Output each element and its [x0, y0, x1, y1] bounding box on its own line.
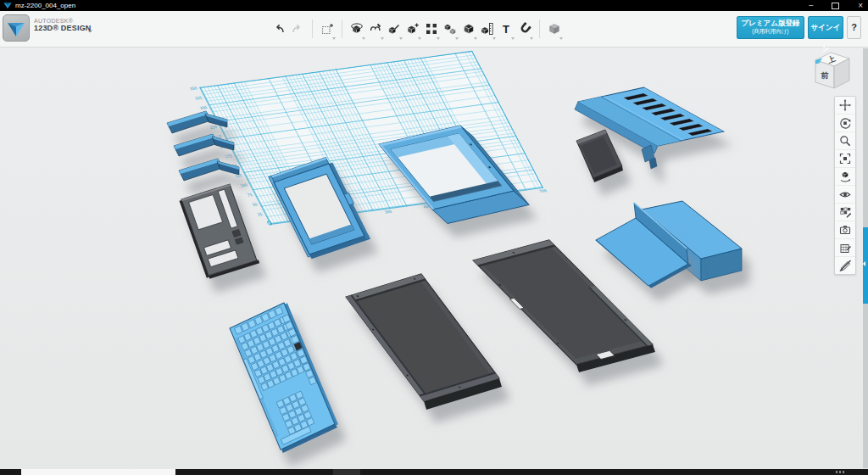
app-menu-chevron-icon[interactable]: ⌄ — [86, 25, 93, 34]
pattern-menu[interactable] — [422, 16, 441, 42]
svg-text:500: 500 — [461, 199, 470, 204]
app-logo-icon — [3, 3, 12, 9]
svg-text:200: 200 — [219, 144, 228, 149]
part-top-cover-vents[interactable] — [575, 87, 724, 169]
svg-text:225: 225 — [214, 135, 223, 140]
part-keyboard[interactable] — [230, 301, 339, 453]
svg-text:300: 300 — [199, 105, 209, 110]
part-bottom-panel[interactable] — [472, 240, 656, 372]
brand-product: 123D® DESIGN — [34, 25, 92, 33]
undo-button[interactable] — [270, 16, 288, 42]
materials-tool[interactable] — [835, 204, 855, 221]
navigation-toolbar — [834, 96, 856, 275]
view-settings-menu[interactable] — [545, 16, 564, 42]
logo-triangle-icon — [3, 15, 29, 41]
snap-tool[interactable] — [515, 16, 534, 42]
right-edge-scroll-strip[interactable] — [863, 48, 868, 468]
svg-text:75: 75 — [247, 193, 253, 197]
autodesk-123d-logo[interactable] — [3, 14, 30, 42]
taskbar-item[interactable] — [333, 469, 360, 475]
close-button[interactable]: × — [858, 2, 863, 10]
taskbar-active-app[interactable] — [21, 469, 175, 475]
account-buttons: プレミアム版登録 (商用利用向け) サインイン ? — [737, 16, 861, 39]
measure-menu[interactable] — [478, 16, 497, 42]
sketch-menu[interactable] — [366, 16, 385, 42]
sketch-grid-plane[interactable] — [199, 51, 543, 225]
part-chassis-tray[interactable] — [346, 274, 502, 410]
svg-text:300: 300 — [384, 210, 393, 215]
signin-button[interactable]: サインイン — [808, 16, 843, 39]
premium-sublabel: (商用利用向け) — [737, 28, 804, 35]
svg-text:400: 400 — [422, 204, 431, 210]
insert-button[interactable] — [318, 16, 337, 42]
combine-menu[interactable] — [459, 16, 478, 42]
svg-text:50: 50 — [252, 203, 259, 207]
part-front-bezel[interactable] — [179, 183, 259, 279]
help-button[interactable]: ? — [847, 16, 861, 39]
svg-text:175: 175 — [224, 154, 233, 159]
svg-text:350: 350 — [189, 86, 198, 91]
zoom-tool[interactable] — [835, 132, 855, 150]
viewcube-front-label[interactable]: 前 — [821, 71, 829, 80]
redo-button[interactable] — [288, 16, 307, 42]
minimize-button[interactable]: – — [809, 2, 813, 9]
svg-text:200: 200 — [345, 215, 354, 220]
grid-toggle-tool[interactable] — [835, 239, 855, 257]
svg-text:250: 250 — [209, 125, 219, 130]
window-title: mz-2200_004_open — [15, 2, 75, 9]
3d-viewport[interactable]: 3503253002752502252001751501251007550251… — [0, 47, 868, 469]
view-cube[interactable]: 上 前 — [810, 49, 858, 97]
part-side-plate[interactable] — [596, 203, 692, 288]
svg-text:125: 125 — [234, 173, 243, 178]
primitives-menu[interactable] — [348, 16, 366, 42]
brand-text: AUTODESK® 123D® DESIGN — [34, 18, 92, 33]
app-window: mz-2200_004_open – × AUTODESK® 123D® DES… — [0, 0, 868, 475]
toolbar-separator — [534, 16, 545, 42]
text-tool[interactable]: T — [497, 16, 515, 42]
part-side-box[interactable] — [642, 201, 742, 281]
toolbar-separator — [337, 16, 348, 42]
main-toolbar: AUTODESK® 123D® DESIGN ⌄ T プレミアム版登録 — [0, 11, 868, 48]
visibility-tool[interactable] — [835, 186, 855, 204]
home-view-tool[interactable] — [835, 168, 855, 186]
svg-text:150: 150 — [229, 164, 238, 169]
fit-view-tool[interactable] — [835, 150, 855, 168]
part-small-lid[interactable] — [576, 130, 623, 182]
snapshot-tool[interactable] — [835, 221, 855, 239]
modify-menu[interactable] — [403, 16, 422, 42]
svg-text:700: 700 — [538, 188, 548, 193]
os-taskbar[interactable] — [0, 469, 868, 475]
orbit-tool[interactable] — [835, 115, 855, 132]
sketch-visibility-tool[interactable] — [835, 257, 855, 274]
svg-text:100: 100 — [306, 220, 315, 225]
tool-strip: T — [270, 11, 564, 47]
svg-text:600: 600 — [500, 193, 509, 198]
grouping-menu[interactable] — [441, 16, 459, 42]
collapsed-panel-tab[interactable] — [863, 227, 868, 304]
pan-tool[interactable] — [835, 97, 855, 115]
panel-expand-arrow-icon — [863, 261, 865, 266]
svg-text:325: 325 — [194, 96, 203, 101]
premium-register-button[interactable]: プレミアム版登録 (商用利用向け) — [737, 16, 804, 39]
construct-menu[interactable] — [385, 16, 403, 42]
window-titlebar: mz-2200_004_open – × — [0, 0, 868, 11]
svg-text:25: 25 — [257, 212, 264, 216]
taskbar-tray-icons[interactable] — [836, 471, 844, 473]
maximize-button[interactable] — [832, 3, 839, 9]
svg-text:100: 100 — [239, 183, 248, 188]
premium-label: プレミアム版登録 — [737, 19, 804, 28]
toolbar-separator — [307, 16, 318, 42]
svg-text:275: 275 — [204, 115, 214, 120]
